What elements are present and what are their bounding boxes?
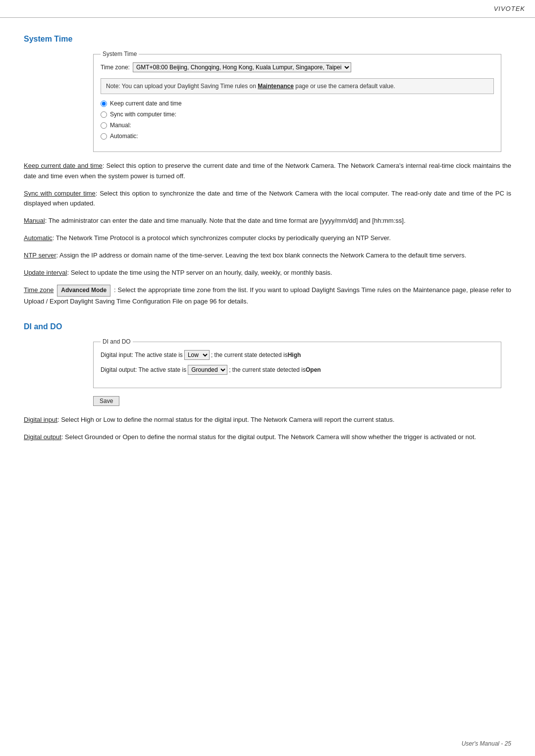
text-manual: : The administrator can enter the date a…: [45, 217, 406, 224]
radio-keep-current: Keep current date and time: [101, 100, 494, 107]
radio-keep-current-input[interactable]: [101, 101, 107, 107]
term-digital-input: Digital input: [24, 416, 57, 423]
text-sync-computer: : Select this option to synchronize the …: [24, 190, 511, 207]
note-text-before: Note: You can upload your Daylight Savin…: [106, 83, 258, 90]
note-box: Note: You can upload your Daylight Savin…: [101, 78, 494, 94]
para-digital-output: Digital output: Select Grounded or Open …: [24, 432, 511, 443]
text-ntp-server: : Assign the IP address or domain name o…: [56, 252, 467, 259]
term-update-interval: Update interval: [24, 269, 67, 276]
system-time-panel: System Time Time zone: GMT+08:00 Beijing…: [93, 50, 501, 152]
radio-automatic-label: Automatic:: [110, 133, 138, 140]
system-time-heading: System Time: [24, 35, 511, 44]
para-sync-computer: Sync with computer time: Select this opt…: [24, 189, 511, 209]
term-automatic: Automatic: [24, 234, 53, 242]
timezone-select[interactable]: GMT+08:00 Beijing, Chongqing, Hong Kong,…: [133, 62, 351, 72]
advanced-mode-btn[interactable]: Advanced Mode: [57, 285, 110, 296]
system-time-legend: System Time: [101, 50, 139, 57]
brand-label: VIVOTEK: [494, 5, 525, 12]
timezone-label: Time zone:: [101, 64, 130, 71]
di-do-legend: DI and DO: [101, 338, 133, 345]
main-content: System Time System Time Time zone: GMT+0…: [0, 18, 535, 469]
digital-output-row: Digital output: The active state is Grou…: [101, 365, 494, 375]
radio-manual-input[interactable]: [101, 122, 107, 129]
radio-automatic-input[interactable]: [101, 133, 107, 140]
text-digital-output: : Select Grounded or Open to define the …: [61, 433, 476, 441]
digital-output-select[interactable]: Grounded Open: [188, 365, 227, 375]
term-digital-output: Digital output: [24, 433, 61, 441]
radio-keep-current-label: Keep current date and time: [110, 100, 182, 107]
timezone-row: Time zone: GMT+08:00 Beijing, Chongqing,…: [101, 62, 494, 72]
term-keep-current: Keep current date and time: [24, 162, 103, 169]
digital-output-label-after: ; the current state detected is: [229, 366, 306, 373]
maintenance-link[interactable]: Maintenance: [258, 83, 294, 90]
digital-input-row: Digital input: The active state is Low H…: [101, 350, 494, 360]
radio-automatic: Automatic:: [101, 133, 494, 140]
term-sync-computer: Sync with computer time: [24, 190, 96, 197]
radio-sync-computer-input[interactable]: [101, 111, 107, 118]
para-update-interval: Update interval: Select to update the ti…: [24, 268, 511, 278]
para-keep-current: Keep current date and time: Select this …: [24, 161, 511, 182]
note-text-after: page or use the camera default value.: [294, 83, 395, 90]
text-update-interval: : Select to update the time using the NT…: [67, 269, 332, 276]
di-do-heading: DI and DO: [24, 322, 511, 331]
para-time-zone: Time zone Advanced Mode : Select the app…: [24, 285, 511, 306]
text-automatic: : The Network Time Protocol is a protoco…: [53, 234, 391, 242]
para-automatic: Automatic: The Network Time Protocol is …: [24, 233, 511, 244]
radio-sync-computer: Sync with computer time:: [101, 111, 494, 118]
term-ntp-server: NTP server: [24, 252, 56, 259]
di-do-panel: DI and DO Digital input: The active stat…: [93, 338, 501, 388]
digital-input-label-after: ; the current state detected is: [211, 352, 288, 358]
para-manual: Manual: The administrator can enter the …: [24, 216, 511, 226]
save-button[interactable]: Save: [93, 396, 119, 406]
digital-input-state: High: [288, 352, 301, 358]
para-ntp-server: NTP server: Assign the IP address or dom…: [24, 251, 511, 261]
digital-input-label-before: Digital input: The active state is: [101, 352, 183, 358]
digital-output-state: Open: [306, 366, 321, 373]
footer-label: User's Manual - 25: [462, 740, 511, 747]
para-digital-input: Digital input: Select High or Low to def…: [24, 415, 511, 425]
digital-input-select[interactable]: Low High: [184, 350, 210, 360]
digital-output-label-before: Digital output: The active state is: [101, 366, 186, 373]
radio-sync-computer-label: Sync with computer time:: [110, 111, 176, 118]
top-bar: VIVOTEK: [0, 0, 535, 18]
radio-manual: Manual:: [101, 122, 494, 129]
term-manual: Manual: [24, 217, 45, 224]
term-time-zone: Time zone: [24, 286, 54, 294]
text-digital-input: : Select High or Low to define the norma…: [57, 416, 394, 423]
radio-manual-label: Manual:: [110, 122, 131, 129]
